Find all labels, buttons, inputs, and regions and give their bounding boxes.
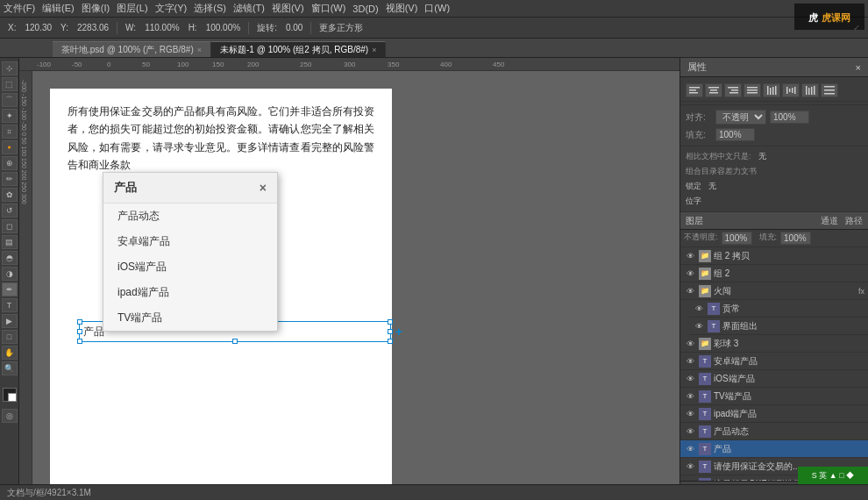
layer-row-2[interactable]: 👁 📁 火闯 fx (680, 282, 868, 300)
handle-bl[interactable] (77, 339, 82, 344)
channel-tab[interactable]: 通道 (821, 215, 838, 227)
tool-hand[interactable]: ✋ (2, 346, 18, 360)
layer-row-6[interactable]: 👁 T 安卓端产品 (680, 353, 868, 370)
layer-eye-1[interactable]: 👁 (684, 268, 696, 280)
handle-tl[interactable] (77, 319, 82, 325)
layer-eye-11[interactable]: 👁 (684, 443, 696, 455)
layer-eye-2[interactable]: 👁 (684, 285, 696, 297)
menu-filter[interactable]: 滤镜(T) (233, 2, 265, 15)
layer-row-4[interactable]: 👁 T 界面组出 (689, 318, 868, 335)
tool-history[interactable]: ↺ (2, 204, 18, 218)
tool-path-select[interactable]: ▶ (2, 314, 18, 328)
layer-eye-8[interactable]: 👁 (684, 390, 696, 403)
layer-row-5[interactable]: 👁 📁 彩球 3 (680, 335, 868, 353)
toolbar-h-value[interactable]: 100.00% (203, 23, 243, 32)
blend-select[interactable]: 不透明 (715, 110, 766, 125)
layer-row-1[interactable]: 👁 📁 组 2 (680, 265, 868, 282)
fill-input[interactable]: 100% (715, 128, 755, 141)
layer-eye-7[interactable]: 👁 (684, 373, 696, 385)
dropdown-item-4[interactable]: TV端产品 (103, 305, 277, 331)
fill-input2[interactable]: 100% (780, 232, 811, 245)
layer-eye-9[interactable]: 👁 (684, 408, 696, 420)
tool-move[interactable]: ⊹ (2, 61, 18, 75)
canvas-area[interactable]: 所有使用保证金交易的产品都具有高风险。它们并非适合所有投资者，您的损失可能超过您… (32, 71, 679, 500)
menu-select[interactable]: 选择(S) (194, 2, 226, 15)
tool-magic[interactable]: ✦ (2, 109, 18, 123)
tool-dodge[interactable]: ◑ (2, 267, 18, 281)
menu-window2[interactable]: 口(W) (424, 2, 450, 15)
align-left[interactable] (686, 83, 703, 97)
add-content-icon[interactable]: + (395, 325, 402, 339)
layer-eye-3[interactable]: 👁 (693, 303, 705, 315)
path-tab[interactable]: 路径 (845, 215, 863, 227)
opacity-input[interactable]: 100% (722, 232, 752, 245)
layers-panel: 图层 通道 路径 不透明度: 100% 填充: 100% 👁 📁 组 2 拷贝 (680, 212, 868, 481)
menu-text[interactable]: 文字(Y) (155, 2, 188, 15)
tool-text[interactable]: T (2, 298, 18, 312)
menu-image[interactable]: 图像(I) (82, 2, 110, 15)
tab-file1-close[interactable]: × (197, 46, 202, 54)
menu-view[interactable]: 视图(V) (272, 2, 304, 15)
align-center[interactable] (705, 83, 722, 97)
align-vmid[interactable] (782, 83, 800, 97)
layer-eye-4[interactable]: 👁 (693, 320, 705, 332)
layer-row-8[interactable]: 👁 T TV端产品 (680, 388, 868, 405)
dropdown-item-2[interactable]: iOS端产品 (103, 254, 277, 280)
tool-crop[interactable]: ⌗ (2, 125, 18, 139)
tool-select-rect[interactable]: ⬚ (2, 77, 18, 91)
properties-close[interactable]: × (856, 62, 861, 73)
handle-ml[interactable] (77, 329, 82, 334)
align-right[interactable] (724, 83, 742, 97)
opacity-value[interactable]: 100% (770, 111, 809, 124)
toolbar-x-value[interactable]: 120.30 (22, 23, 54, 32)
toolbar-y-value[interactable]: 2283.06 (75, 23, 111, 32)
tab-file1[interactable]: 茶叶地.psd @ 100% (产, RGB/8#) × (53, 41, 211, 57)
handle-br[interactable] (388, 339, 393, 344)
tool-mode[interactable]: ◎ (2, 409, 18, 423)
handle-bm[interactable] (232, 339, 238, 344)
menu-window[interactable]: 窗口(W) (311, 2, 346, 15)
tool-brush[interactable]: ✏ (2, 172, 18, 186)
align-top[interactable] (763, 83, 780, 97)
tool-gradient[interactable]: ▤ (2, 235, 18, 249)
align-bottom[interactable] (801, 83, 819, 97)
layer-row-9[interactable]: 👁 T ipad端产品 (680, 405, 868, 423)
tool-lasso[interactable]: ⌒ (2, 93, 18, 107)
layer-eye-12[interactable]: 👁 (684, 461, 696, 473)
tool-pen[interactable]: ✒ (2, 282, 18, 296)
dropdown-close-button[interactable]: × (260, 181, 267, 195)
dropdown-item-0[interactable]: 产品动态 (103, 204, 277, 229)
dropdown-item-1[interactable]: 安卓端产品 (103, 229, 277, 254)
layer-eye-0[interactable]: 👁 (684, 250, 696, 262)
layer-row-0[interactable]: 👁 📁 组 2 拷贝 (680, 247, 868, 265)
menu-layer[interactable]: 图层(L) (117, 2, 147, 15)
tab-file2-close[interactable]: × (372, 46, 376, 54)
handle-tr[interactable] (388, 319, 393, 325)
menu-view2[interactable]: 视图(V) (386, 2, 418, 15)
tool-blur[interactable]: ◓ (2, 251, 18, 265)
tool-eraser[interactable]: ◻ (2, 219, 18, 233)
tool-stamp[interactable]: ✿ (2, 188, 18, 202)
tool-spot-heal[interactable]: ⊕ (2, 156, 18, 170)
tab-file2[interactable]: 未标题-1 @ 100% (组2 拷贝, RGB/8#) × (211, 41, 386, 57)
handle-mr[interactable] (388, 329, 393, 334)
layer-row-3[interactable]: 👁 T 贡常 (689, 300, 868, 318)
tool-zoom[interactable]: 🔍 (2, 361, 18, 375)
toolbar-rotate-value[interactable]: 0.00 (283, 23, 305, 32)
menu-3d[interactable]: 3D(D) (352, 4, 378, 14)
tool-colors[interactable] (3, 388, 17, 402)
layer-row-10[interactable]: 👁 T 产品动态 (680, 423, 868, 440)
menu-file[interactable]: 文件(F) (4, 2, 35, 15)
layer-eye-5[interactable]: 👁 (684, 338, 696, 350)
menu-edit[interactable]: 编辑(E) (42, 2, 75, 15)
toolbar-w-value[interactable]: 110.00% (142, 23, 181, 32)
layer-eye-10[interactable]: 👁 (684, 425, 696, 438)
layer-row-7[interactable]: 👁 T iOS端产品 (680, 370, 868, 388)
align-distrib[interactable] (821, 83, 838, 97)
layer-row-11[interactable]: 👁 T 产品 (680, 440, 868, 458)
tool-shape[interactable]: □ (2, 330, 18, 344)
layer-eye-6[interactable]: 👁 (684, 355, 696, 368)
dropdown-item-3[interactable]: ipad端产品 (103, 280, 277, 305)
tool-eyedrop[interactable]: 🔸 (2, 140, 18, 154)
align-justify[interactable] (743, 83, 761, 97)
